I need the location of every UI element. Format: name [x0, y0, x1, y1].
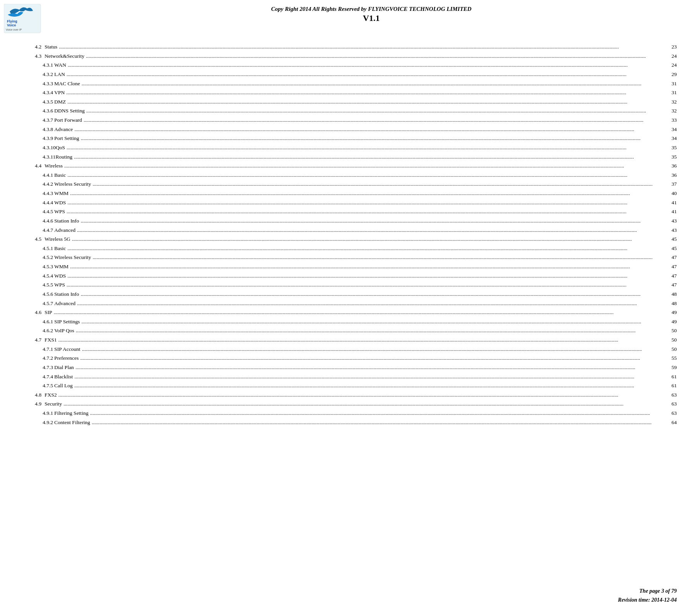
toc-page: 33	[665, 116, 677, 125]
toc-dots	[64, 399, 664, 409]
toc-number: 4.8	[23, 390, 45, 400]
toc-row: 4.3Network&Security24	[23, 52, 677, 61]
toc-dots	[59, 390, 664, 400]
toc-dots	[93, 253, 664, 262]
toc-number: 4.7.2	[23, 354, 54, 363]
footer-page: The page 3 of 79	[618, 587, 677, 595]
toc-row: 4.3.5DMZ32	[23, 97, 677, 107]
version-text: V1.1	[50, 13, 692, 23]
toc-label: SIP Settings	[54, 317, 80, 326]
toc-number: 4.5.5	[23, 280, 54, 290]
toc-number: 4.6.2	[23, 326, 54, 335]
svg-text:Voice: Voice	[7, 23, 16, 27]
toc-page: 45	[665, 235, 677, 244]
toc-dots	[67, 171, 664, 180]
toc-number: 4.5.2	[23, 253, 54, 262]
footer-revision: Revision time: 2014-12-04	[618, 596, 677, 604]
toc-label: MAC Clone	[54, 79, 80, 88]
toc-dots	[70, 262, 664, 271]
toc-label: DMZ	[54, 97, 66, 107]
toc-label: Advance	[54, 125, 73, 134]
toc-row: 4.7.2Preferences55	[23, 354, 677, 363]
toc-page: 34	[665, 125, 677, 134]
toc-dots	[80, 354, 664, 363]
toc-number: 4.3.9	[23, 134, 54, 143]
toc-row: 4.9Security63	[23, 399, 677, 409]
toc-dots	[77, 299, 664, 308]
toc-page: 48	[665, 290, 677, 299]
toc-number: 4.3.8	[23, 125, 54, 134]
toc-row: 4.7.4Blacklist61	[23, 372, 677, 381]
toc-number: 4.9.2	[23, 418, 54, 427]
page-footer: The page 3 of 79 Revision time: 2014-12-…	[618, 587, 677, 604]
toc-dots	[76, 326, 664, 335]
toc-page: 63	[665, 390, 677, 400]
toc-label: Status	[45, 42, 57, 52]
toc-page: 23	[665, 42, 677, 52]
toc-label: WAN	[54, 60, 66, 70]
toc-page: 50	[665, 326, 677, 335]
toc-label: Station Info	[54, 290, 79, 299]
toc-dots	[67, 207, 664, 216]
toc-number: 4.9.1	[23, 409, 54, 418]
toc-label: WMM	[54, 262, 69, 271]
toc-number: 4.4.4	[23, 198, 54, 207]
toc-dots	[77, 226, 664, 235]
toc-row: 4.5.3WMM47	[23, 262, 677, 271]
toc-page: 61	[665, 381, 677, 390]
toc-label: Advanced	[54, 299, 76, 308]
toc-dots	[67, 280, 664, 290]
toc-row: 4.5.7Advanced48	[23, 299, 677, 308]
header-title-area: Copy Right 2014 All Rights Reserved by F…	[50, 4, 692, 23]
toc-label: DDNS Setting	[54, 106, 84, 116]
toc-page: 31	[665, 79, 677, 88]
toc-dots	[92, 418, 664, 427]
page-header: Flying Voice Voice over IP Copy Right 20…	[0, 0, 700, 40]
toc-dots	[74, 381, 664, 390]
toc-row: 4.2Status23	[23, 42, 677, 52]
toc-dots	[84, 116, 664, 125]
toc-page: 43	[665, 226, 677, 235]
toc-row: 4.9.1Filtering Setting63	[23, 409, 677, 418]
toc-label: SIP	[45, 308, 52, 317]
toc-row: 4.4.4WDS41	[23, 198, 677, 207]
toc-row: 4.8FXS263	[23, 390, 677, 400]
toc-row: 4.4Wireless36	[23, 161, 677, 171]
svg-text:Flying: Flying	[7, 19, 17, 23]
toc-label: Station Info	[54, 216, 79, 226]
toc-label: VoIP Qos	[54, 326, 74, 335]
toc-page: 43	[665, 216, 677, 226]
toc-number: 4.6	[23, 308, 45, 317]
toc-label: Port Forward	[54, 116, 82, 125]
toc-dots	[70, 189, 664, 198]
toc-page: 32	[665, 106, 677, 116]
toc-label: Blacklist	[54, 372, 73, 381]
toc-label: LAN	[54, 70, 65, 79]
toc-dots	[81, 317, 664, 326]
toc-row: 4.3.7Port Forward33	[23, 116, 677, 125]
toc-label: VPN	[54, 88, 65, 97]
toc-number: 4.4.7	[23, 226, 54, 235]
toc-dots	[67, 244, 664, 253]
toc-row: 4.5.5WPS47	[23, 280, 677, 290]
toc-label: Security	[45, 399, 62, 409]
toc-page: 41	[665, 207, 677, 216]
toc-label: Wireless Security	[54, 253, 91, 262]
toc-label: Basic	[54, 244, 66, 253]
toc-dots	[68, 60, 664, 70]
toc-row: 4.9.2Content Filtering64	[23, 418, 677, 427]
toc-number: 4.3	[23, 52, 45, 61]
toc-page: 36	[665, 161, 677, 171]
toc-label: FXS2	[45, 390, 57, 400]
toc-label: Filtering Setting	[54, 409, 88, 418]
toc-label: Advanced	[54, 226, 76, 235]
logo-icon: Flying Voice Voice over IP	[4, 4, 43, 35]
toc-page: 24	[665, 60, 677, 70]
toc-row: 4.3.11Routing35	[23, 152, 677, 162]
toc-number: 4.4.5	[23, 207, 54, 216]
toc-page: 45	[665, 244, 677, 253]
toc-row: 4.5Wireless 5G45	[23, 235, 677, 244]
toc-number: 4.5.4	[23, 271, 54, 281]
toc-page: 50	[665, 335, 677, 345]
toc-number: 4.4.3	[23, 189, 54, 198]
